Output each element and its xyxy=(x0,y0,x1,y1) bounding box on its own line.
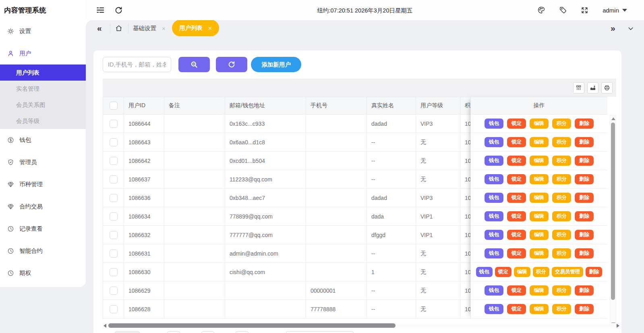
pagination-button[interactable] xyxy=(236,331,248,333)
action-button[interactable]: 删除 xyxy=(575,174,594,184)
palette-icon[interactable] xyxy=(537,6,545,14)
search-button[interactable] xyxy=(178,57,210,72)
fullscreen-icon[interactable] xyxy=(581,6,589,14)
row-checkbox[interactable] xyxy=(110,231,118,239)
vertical-scrollbar-thumb[interactable] xyxy=(611,123,615,300)
action-button[interactable]: 删除 xyxy=(575,285,594,296)
action-button[interactable]: 锁定 xyxy=(507,230,526,240)
close-icon[interactable]: × xyxy=(208,25,212,31)
action-button[interactable]: 删除 xyxy=(575,137,594,147)
sidebar-item-3[interactable]: 管理员 xyxy=(0,151,86,173)
export-icon[interactable] xyxy=(587,82,598,94)
tab-1[interactable]: 用户列表× xyxy=(172,20,219,36)
action-button[interactable]: 积分 xyxy=(533,267,549,277)
action-button[interactable]: 积分 xyxy=(552,174,571,184)
action-button[interactable]: 积分 xyxy=(552,211,571,221)
user-menu[interactable]: admin xyxy=(603,7,627,14)
sidebar-item-7[interactable]: 智能合约 xyxy=(0,240,86,262)
sidebar-subitem[interactable]: 用户列表 xyxy=(0,65,86,81)
sidebar-item-6[interactable]: 记录查看 xyxy=(0,218,86,240)
action-button[interactable]: 编辑 xyxy=(530,174,549,184)
action-button[interactable]: 锁定 xyxy=(507,285,526,296)
action-button[interactable]: 锁定 xyxy=(507,119,526,129)
action-button[interactable]: 积分 xyxy=(552,230,571,240)
sidebar-item-2[interactable]: 钱包 xyxy=(0,129,86,151)
row-checkbox[interactable] xyxy=(110,157,118,165)
action-button[interactable]: 编辑 xyxy=(514,267,530,277)
action-button[interactable]: 钱包 xyxy=(485,211,503,221)
action-button[interactable]: 积分 xyxy=(552,248,571,258)
sidebar-item-8[interactable]: 期权 xyxy=(0,262,86,284)
horizontal-scrollbar[interactable] xyxy=(103,323,620,329)
columns-icon[interactable] xyxy=(573,82,584,94)
action-button[interactable]: 删除 xyxy=(575,230,594,240)
action-button[interactable]: 锁定 xyxy=(507,174,526,184)
action-button[interactable]: 积分 xyxy=(552,304,571,314)
sidebar-item-5[interactable]: 合约交易 xyxy=(0,196,86,218)
action-button[interactable]: 钱包 xyxy=(485,248,503,258)
tab-0[interactable]: 基础设置× xyxy=(133,20,166,36)
scroll-right-arrow-icon[interactable] xyxy=(617,324,619,328)
action-button[interactable]: 编辑 xyxy=(530,119,549,129)
vertical-scrollbar[interactable] xyxy=(610,115,616,328)
sidebar-item-0[interactable]: 设置 xyxy=(0,20,86,42)
action-button[interactable]: 积分 xyxy=(552,156,571,166)
add-user-button[interactable]: 添加新用户 xyxy=(251,57,301,72)
row-checkbox[interactable] xyxy=(110,250,118,258)
sidebar-item-4[interactable]: 币种管理 xyxy=(0,173,86,196)
action-button[interactable]: 删除 xyxy=(575,193,594,203)
action-button[interactable]: 锁定 xyxy=(507,156,526,166)
row-checkbox[interactable] xyxy=(110,138,118,146)
action-button[interactable]: 删除 xyxy=(575,156,594,166)
sidebar-subitem[interactable]: 实名管理 xyxy=(0,81,86,97)
printer-icon[interactable] xyxy=(601,82,613,94)
action-button[interactable]: 编辑 xyxy=(530,137,549,147)
action-button[interactable]: 编辑 xyxy=(530,211,549,221)
sidebar-subitem[interactable]: 会员等级 xyxy=(0,113,86,129)
action-button[interactable]: 锁定 xyxy=(507,304,526,314)
action-button[interactable]: 编辑 xyxy=(530,304,549,314)
row-checkbox[interactable] xyxy=(110,268,118,276)
pagination-button[interactable] xyxy=(115,331,140,333)
action-button[interactable]: 编辑 xyxy=(530,285,549,296)
close-icon[interactable]: × xyxy=(162,25,166,32)
action-button[interactable]: 钱包 xyxy=(485,174,503,184)
action-button[interactable]: 删除 xyxy=(575,304,594,314)
action-button[interactable]: 删除 xyxy=(575,211,594,221)
action-button[interactable]: 删除 xyxy=(575,119,594,129)
pagination-button[interactable] xyxy=(286,331,354,333)
row-checkbox[interactable] xyxy=(110,194,118,202)
action-button[interactable]: 删除 xyxy=(586,267,602,277)
select-all-checkbox[interactable] xyxy=(110,102,118,110)
reload-button[interactable] xyxy=(216,57,247,72)
action-button[interactable]: 钱包 xyxy=(485,285,503,296)
action-button[interactable]: 钱包 xyxy=(476,267,493,277)
action-button[interactable]: 钱包 xyxy=(485,230,503,240)
scroll-left-arrow-icon[interactable] xyxy=(104,324,106,328)
action-button[interactable]: 编辑 xyxy=(530,156,549,166)
action-button[interactable]: 交易员管理 xyxy=(552,267,584,277)
row-checkbox[interactable] xyxy=(110,212,118,221)
action-button[interactable]: 锁定 xyxy=(507,193,526,203)
action-button[interactable]: 编辑 xyxy=(530,248,549,258)
action-button[interactable]: 锁定 xyxy=(495,267,511,277)
row-checkbox[interactable] xyxy=(110,287,118,295)
sidebar-item-1[interactable]: 用户 xyxy=(0,42,86,65)
pagination-button[interactable] xyxy=(167,331,180,333)
chevron-down-icon[interactable] xyxy=(627,25,634,32)
sidebar-subitem[interactable]: 会员关系图 xyxy=(0,97,86,113)
home-icon[interactable] xyxy=(115,24,123,32)
action-button[interactable]: 钱包 xyxy=(485,193,503,203)
action-button[interactable]: 锁定 xyxy=(507,137,526,147)
action-button[interactable]: 积分 xyxy=(552,119,571,129)
row-checkbox[interactable] xyxy=(110,120,118,128)
action-button[interactable]: 钱包 xyxy=(485,119,503,129)
search-input[interactable] xyxy=(103,57,171,72)
action-button[interactable]: 钱包 xyxy=(485,304,503,314)
action-button[interactable]: 积分 xyxy=(552,137,571,147)
action-button[interactable]: 钱包 xyxy=(485,156,503,166)
action-button[interactable]: 编辑 xyxy=(530,193,549,203)
row-checkbox[interactable] xyxy=(110,175,118,183)
tag-icon[interactable] xyxy=(559,6,567,14)
action-button[interactable]: 积分 xyxy=(552,193,571,203)
